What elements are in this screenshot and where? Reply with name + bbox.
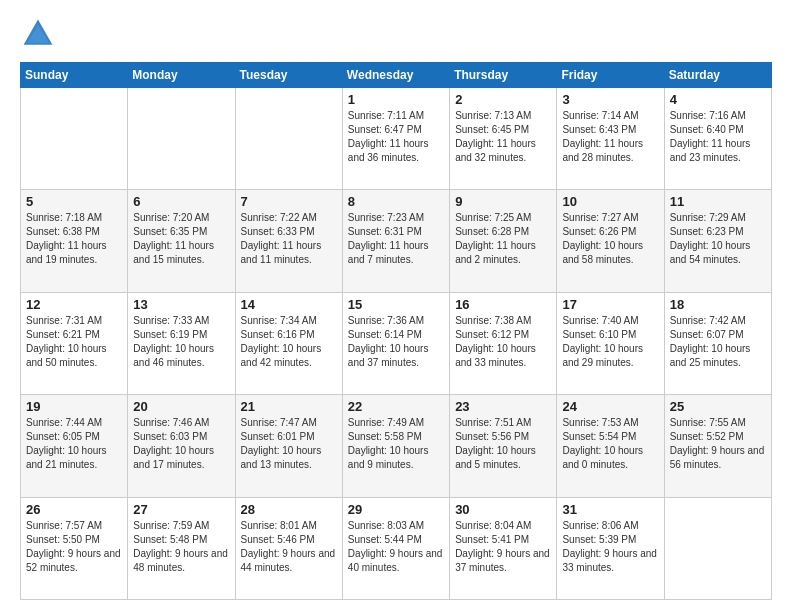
day-number: 24 <box>562 399 658 414</box>
calendar-week-row: 19 Sunrise: 7:44 AMSunset: 6:05 PMDaylig… <box>21 395 772 497</box>
calendar-cell: 3 Sunrise: 7:14 AMSunset: 6:43 PMDayligh… <box>557 88 664 190</box>
day-number: 11 <box>670 194 766 209</box>
day-info: Sunrise: 7:57 AMSunset: 5:50 PMDaylight:… <box>26 520 121 573</box>
day-number: 10 <box>562 194 658 209</box>
calendar-cell: 7 Sunrise: 7:22 AMSunset: 6:33 PMDayligh… <box>235 190 342 292</box>
day-info: Sunrise: 8:01 AMSunset: 5:46 PMDaylight:… <box>241 520 336 573</box>
weekday-header-row: SundayMondayTuesdayWednesdayThursdayFrid… <box>21 63 772 88</box>
day-number: 17 <box>562 297 658 312</box>
calendar-cell: 27 Sunrise: 7:59 AMSunset: 5:48 PMDaylig… <box>128 497 235 599</box>
calendar-cell: 18 Sunrise: 7:42 AMSunset: 6:07 PMDaylig… <box>664 292 771 394</box>
calendar-cell: 31 Sunrise: 8:06 AMSunset: 5:39 PMDaylig… <box>557 497 664 599</box>
calendar-cell: 6 Sunrise: 7:20 AMSunset: 6:35 PMDayligh… <box>128 190 235 292</box>
weekday-header-wednesday: Wednesday <box>342 63 449 88</box>
day-info: Sunrise: 7:49 AMSunset: 5:58 PMDaylight:… <box>348 417 429 470</box>
day-number: 1 <box>348 92 444 107</box>
day-number: 13 <box>133 297 229 312</box>
day-info: Sunrise: 7:14 AMSunset: 6:43 PMDaylight:… <box>562 110 643 163</box>
calendar-cell: 26 Sunrise: 7:57 AMSunset: 5:50 PMDaylig… <box>21 497 128 599</box>
day-number: 9 <box>455 194 551 209</box>
day-info: Sunrise: 7:31 AMSunset: 6:21 PMDaylight:… <box>26 315 107 368</box>
day-info: Sunrise: 7:13 AMSunset: 6:45 PMDaylight:… <box>455 110 536 163</box>
logo <box>20 16 60 52</box>
calendar-cell: 4 Sunrise: 7:16 AMSunset: 6:40 PMDayligh… <box>664 88 771 190</box>
day-number: 20 <box>133 399 229 414</box>
logo-icon <box>20 16 56 52</box>
calendar-table: SundayMondayTuesdayWednesdayThursdayFrid… <box>20 62 772 600</box>
calendar-cell: 29 Sunrise: 8:03 AMSunset: 5:44 PMDaylig… <box>342 497 449 599</box>
day-info: Sunrise: 7:29 AMSunset: 6:23 PMDaylight:… <box>670 212 751 265</box>
day-number: 23 <box>455 399 551 414</box>
calendar-cell: 2 Sunrise: 7:13 AMSunset: 6:45 PMDayligh… <box>450 88 557 190</box>
day-info: Sunrise: 7:33 AMSunset: 6:19 PMDaylight:… <box>133 315 214 368</box>
calendar-cell: 16 Sunrise: 7:38 AMSunset: 6:12 PMDaylig… <box>450 292 557 394</box>
day-number: 15 <box>348 297 444 312</box>
calendar-cell: 24 Sunrise: 7:53 AMSunset: 5:54 PMDaylig… <box>557 395 664 497</box>
calendar-cell: 25 Sunrise: 7:55 AMSunset: 5:52 PMDaylig… <box>664 395 771 497</box>
calendar-cell: 21 Sunrise: 7:47 AMSunset: 6:01 PMDaylig… <box>235 395 342 497</box>
day-number: 16 <box>455 297 551 312</box>
calendar-cell: 22 Sunrise: 7:49 AMSunset: 5:58 PMDaylig… <box>342 395 449 497</box>
calendar-week-row: 12 Sunrise: 7:31 AMSunset: 6:21 PMDaylig… <box>21 292 772 394</box>
calendar-cell: 8 Sunrise: 7:23 AMSunset: 6:31 PMDayligh… <box>342 190 449 292</box>
weekday-header-saturday: Saturday <box>664 63 771 88</box>
calendar-cell <box>235 88 342 190</box>
day-number: 27 <box>133 502 229 517</box>
calendar-cell: 12 Sunrise: 7:31 AMSunset: 6:21 PMDaylig… <box>21 292 128 394</box>
weekday-header-monday: Monday <box>128 63 235 88</box>
day-number: 8 <box>348 194 444 209</box>
day-number: 7 <box>241 194 337 209</box>
day-info: Sunrise: 7:55 AMSunset: 5:52 PMDaylight:… <box>670 417 765 470</box>
day-number: 25 <box>670 399 766 414</box>
day-info: Sunrise: 7:36 AMSunset: 6:14 PMDaylight:… <box>348 315 429 368</box>
day-info: Sunrise: 7:38 AMSunset: 6:12 PMDaylight:… <box>455 315 536 368</box>
day-number: 18 <box>670 297 766 312</box>
day-info: Sunrise: 7:11 AMSunset: 6:47 PMDaylight:… <box>348 110 429 163</box>
day-number: 12 <box>26 297 122 312</box>
calendar-cell: 5 Sunrise: 7:18 AMSunset: 6:38 PMDayligh… <box>21 190 128 292</box>
day-number: 19 <box>26 399 122 414</box>
day-info: Sunrise: 7:27 AMSunset: 6:26 PMDaylight:… <box>562 212 643 265</box>
day-number: 14 <box>241 297 337 312</box>
day-info: Sunrise: 8:04 AMSunset: 5:41 PMDaylight:… <box>455 520 550 573</box>
calendar-week-row: 5 Sunrise: 7:18 AMSunset: 6:38 PMDayligh… <box>21 190 772 292</box>
day-info: Sunrise: 7:51 AMSunset: 5:56 PMDaylight:… <box>455 417 536 470</box>
day-info: Sunrise: 7:20 AMSunset: 6:35 PMDaylight:… <box>133 212 214 265</box>
day-info: Sunrise: 7:53 AMSunset: 5:54 PMDaylight:… <box>562 417 643 470</box>
day-number: 4 <box>670 92 766 107</box>
day-number: 31 <box>562 502 658 517</box>
calendar-cell: 20 Sunrise: 7:46 AMSunset: 6:03 PMDaylig… <box>128 395 235 497</box>
calendar-cell <box>128 88 235 190</box>
day-number: 5 <box>26 194 122 209</box>
calendar-week-row: 26 Sunrise: 7:57 AMSunset: 5:50 PMDaylig… <box>21 497 772 599</box>
day-info: Sunrise: 8:03 AMSunset: 5:44 PMDaylight:… <box>348 520 443 573</box>
day-info: Sunrise: 7:25 AMSunset: 6:28 PMDaylight:… <box>455 212 536 265</box>
calendar-cell <box>664 497 771 599</box>
calendar-cell: 17 Sunrise: 7:40 AMSunset: 6:10 PMDaylig… <box>557 292 664 394</box>
day-info: Sunrise: 7:18 AMSunset: 6:38 PMDaylight:… <box>26 212 107 265</box>
calendar-cell: 30 Sunrise: 8:04 AMSunset: 5:41 PMDaylig… <box>450 497 557 599</box>
day-number: 3 <box>562 92 658 107</box>
day-info: Sunrise: 7:23 AMSunset: 6:31 PMDaylight:… <box>348 212 429 265</box>
day-info: Sunrise: 7:46 AMSunset: 6:03 PMDaylight:… <box>133 417 214 470</box>
weekday-header-friday: Friday <box>557 63 664 88</box>
calendar-cell: 13 Sunrise: 7:33 AMSunset: 6:19 PMDaylig… <box>128 292 235 394</box>
day-info: Sunrise: 7:34 AMSunset: 6:16 PMDaylight:… <box>241 315 322 368</box>
day-number: 28 <box>241 502 337 517</box>
weekday-header-sunday: Sunday <box>21 63 128 88</box>
calendar-cell: 9 Sunrise: 7:25 AMSunset: 6:28 PMDayligh… <box>450 190 557 292</box>
calendar-cell: 1 Sunrise: 7:11 AMSunset: 6:47 PMDayligh… <box>342 88 449 190</box>
day-number: 2 <box>455 92 551 107</box>
day-info: Sunrise: 7:16 AMSunset: 6:40 PMDaylight:… <box>670 110 751 163</box>
day-number: 22 <box>348 399 444 414</box>
weekday-header-tuesday: Tuesday <box>235 63 342 88</box>
day-info: Sunrise: 7:44 AMSunset: 6:05 PMDaylight:… <box>26 417 107 470</box>
day-number: 21 <box>241 399 337 414</box>
day-number: 6 <box>133 194 229 209</box>
day-number: 29 <box>348 502 444 517</box>
calendar-cell: 28 Sunrise: 8:01 AMSunset: 5:46 PMDaylig… <box>235 497 342 599</box>
day-info: Sunrise: 7:42 AMSunset: 6:07 PMDaylight:… <box>670 315 751 368</box>
calendar-cell: 15 Sunrise: 7:36 AMSunset: 6:14 PMDaylig… <box>342 292 449 394</box>
calendar-cell <box>21 88 128 190</box>
day-info: Sunrise: 8:06 AMSunset: 5:39 PMDaylight:… <box>562 520 657 573</box>
